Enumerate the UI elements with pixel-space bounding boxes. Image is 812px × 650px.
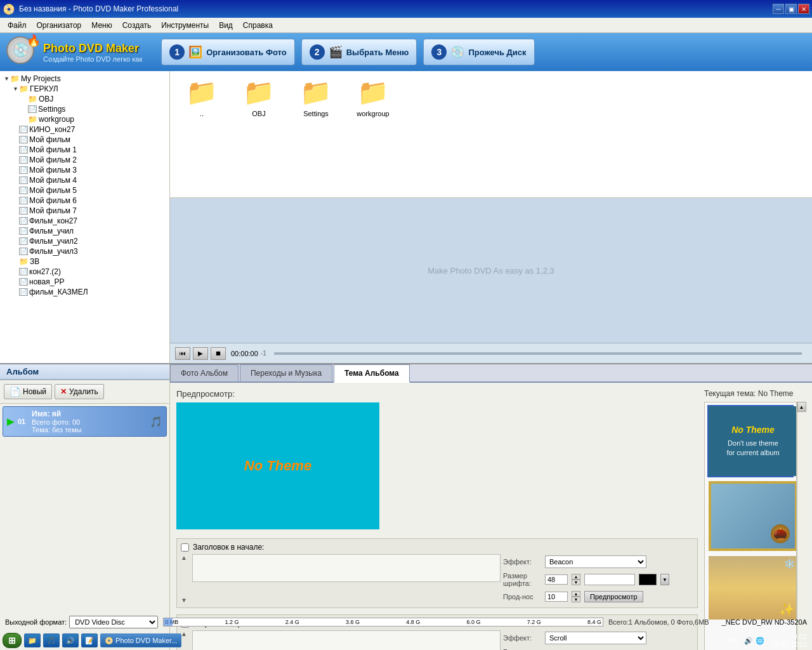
maximize-button[interactable]: ▣ bbox=[785, 4, 797, 14]
step2-button[interactable]: 2 🎬 Выбрать Меню bbox=[301, 39, 417, 65]
timecode-display: 00:00:00 bbox=[231, 350, 258, 357]
theme-thumb-no-theme[interactable]: No Theme Don't use themefor current albu… bbox=[707, 405, 794, 477]
theme-thumb-gold-frame[interactable]: 🌰 bbox=[707, 480, 794, 552]
tree-item[interactable]: 📄Мой фильм 5 bbox=[3, 185, 167, 196]
album-item-photos: Всего фото: 00 bbox=[32, 418, 146, 426]
menu-organizer[interactable]: Организатор bbox=[32, 20, 87, 31]
title-begin-group: Заголовок в начале: ▲ ▼ Эфф bbox=[176, 538, 698, 608]
tree-item[interactable]: 📄фильм_КАЗМЕЛ bbox=[3, 287, 167, 297]
file-browser-item[interactable]: 📁Settings bbox=[291, 77, 341, 117]
output-format-section: Выходной формат: DVD Video Disc bbox=[5, 616, 158, 628]
duration1-up[interactable]: ▲ bbox=[572, 591, 580, 597]
transport-slider[interactable] bbox=[274, 352, 802, 355]
taskbar-explorer[interactable]: 📁 bbox=[24, 633, 41, 647]
storage-3g6: 3.6 G bbox=[346, 619, 360, 625]
tree-item[interactable]: ▼📁ГЕРКУЛ bbox=[3, 84, 167, 94]
file-browser-item[interactable]: 📁OBJ bbox=[233, 77, 284, 117]
album-item-theme: Тема: без темы bbox=[32, 426, 146, 434]
duration1-down[interactable]: ▼ bbox=[572, 597, 580, 602]
theme-thumb-nature[interactable]: ✨ ❄️ bbox=[707, 555, 794, 621]
tree-item[interactable]: 📄Settings bbox=[3, 104, 167, 114]
window-controls: ─ ▣ ✕ bbox=[773, 4, 809, 14]
thumb-no-theme-title: No Theme bbox=[731, 425, 775, 435]
delete-album-button[interactable]: ✕ Удалить bbox=[55, 384, 104, 399]
font-size1-down[interactable]: ▼ bbox=[572, 580, 580, 585]
title-begin-checkbox[interactable] bbox=[181, 543, 189, 552]
transport-prev-button[interactable]: ⏮ bbox=[175, 347, 190, 360]
folder-icon: 📁 bbox=[186, 77, 218, 107]
menu-view[interactable]: Вид bbox=[214, 20, 238, 31]
new-album-button[interactable]: 📄 Новый bbox=[4, 384, 52, 399]
menu-help[interactable]: Справка bbox=[238, 20, 278, 31]
network-icon: 🌐 bbox=[756, 637, 764, 645]
storage-6g0: 6.0 G bbox=[466, 619, 480, 625]
tree-item[interactable]: 📄КИНО_кон27 bbox=[3, 124, 167, 135]
font-color1[interactable] bbox=[639, 574, 657, 585]
title-scroll-down[interactable]: ▼ bbox=[181, 597, 188, 604]
font-color1-dropdown[interactable]: ▼ bbox=[660, 574, 669, 585]
content-tabs: Фото Альбом Переходы и Музыка Тема Альбо… bbox=[170, 364, 812, 383]
font-size1-up[interactable]: ▲ bbox=[572, 574, 580, 580]
tree-item[interactable]: 📄Фильм_кон27 bbox=[3, 216, 167, 226]
thumb-scroll-up[interactable]: ▲ bbox=[797, 402, 806, 412]
tree-item[interactable]: 📁workgroup bbox=[3, 114, 167, 124]
file-label: Settings bbox=[303, 110, 329, 117]
duration1-input[interactable] bbox=[545, 592, 568, 602]
minimize-button[interactable]: ─ bbox=[773, 4, 784, 14]
tab-photo-album[interactable]: Фото Альбом bbox=[170, 364, 239, 381]
taskbar-word[interactable]: 📝 bbox=[81, 633, 98, 647]
menu-menu[interactable]: Меню bbox=[86, 20, 117, 31]
effect1-select[interactable]: Beacon bbox=[545, 555, 646, 568]
taskbar-lang: RU bbox=[729, 637, 739, 644]
transport-stop-button[interactable]: ⏹ bbox=[211, 347, 226, 360]
tab-transitions[interactable]: Переходы и Музыка bbox=[240, 364, 332, 381]
file-label: .. bbox=[200, 110, 204, 117]
taskbar-photo-dvd[interactable]: 📀 Photo DVD Maker... bbox=[100, 633, 181, 647]
step3-button[interactable]: 3 💿 Прожечь Диск bbox=[423, 39, 534, 65]
tree-item[interactable]: 📄Мой фильм 2 bbox=[3, 155, 167, 165]
tree-item[interactable]: 📄Мой фильм 3 bbox=[3, 165, 167, 175]
end-title-input[interactable] bbox=[192, 630, 501, 650]
tree-item[interactable]: 📁ЗВ bbox=[3, 256, 167, 267]
tree-item[interactable]: 📄Фильм_учил3 bbox=[3, 246, 167, 256]
tree-item[interactable]: 📄Мой фильм 7 bbox=[3, 206, 167, 216]
tree-item[interactable]: 📄новая_РР bbox=[3, 277, 167, 287]
tree-item[interactable]: 📄Фильм_учил2 bbox=[3, 236, 167, 246]
tree-item[interactable]: 📄Фильм_учил bbox=[3, 226, 167, 236]
title-text-input[interactable] bbox=[192, 554, 501, 582]
album-tab[interactable]: Альбом bbox=[0, 364, 169, 380]
effect2-select[interactable]: Scroll bbox=[545, 632, 646, 644]
start-button[interactable]: ⊞ bbox=[3, 633, 22, 648]
close-button[interactable]: ✕ bbox=[798, 4, 809, 14]
file-browser-item[interactable]: 📁.. bbox=[176, 77, 227, 117]
tree-item[interactable]: 📄Мой фильм 6 bbox=[3, 196, 167, 206]
font-size1-input[interactable] bbox=[545, 574, 568, 585]
project-tree[interactable]: ▼📁My Projects▼📁ГЕРКУЛ📁OBJ📄Settings📁workg… bbox=[0, 71, 169, 363]
storage-bar: 0 MB 1.2 G 2.4 G 3.6 G 4.8 G 6.0 G 7.2 G… bbox=[163, 618, 603, 627]
tree-item[interactable]: ▼📁My Projects bbox=[3, 74, 167, 84]
transport-play-button[interactable]: ▶ bbox=[193, 347, 208, 360]
title-bar: 📀 Без названия - Photo DVD Maker Profess… bbox=[0, 0, 812, 18]
tree-item[interactable]: 📄Мой фильм bbox=[3, 135, 167, 145]
output-format-select[interactable]: DVD Video Disc bbox=[69, 616, 158, 628]
tree-item[interactable]: 📄Мой фильм 1 bbox=[3, 145, 167, 155]
tree-item[interactable]: 📁OBJ bbox=[3, 94, 167, 104]
menu-create[interactable]: Создать bbox=[117, 20, 157, 31]
title-scroll-up[interactable]: ▲ bbox=[181, 554, 188, 561]
preview1-button[interactable]: Предпросмотр bbox=[584, 591, 643, 602]
tree-item[interactable]: 📄Мой фильм 4 bbox=[3, 175, 167, 185]
font-preview1 bbox=[584, 574, 635, 585]
theme-content: Предпросмотр: No Theme Заголовок в начал… bbox=[170, 383, 812, 650]
taskbar-sound[interactable]: 🔊 bbox=[62, 633, 79, 647]
album-item[interactable]: ▶ 01 Имя: яй Всего фото: 00 Тема: без те… bbox=[3, 406, 167, 437]
tree-item[interactable]: 📄кон27.(2) bbox=[3, 267, 167, 277]
file-browser-item[interactable]: 📁workgroup bbox=[348, 77, 398, 117]
current-theme-label: Текущая тема: No Theme bbox=[704, 389, 806, 398]
storage-2g4: 2.4 G bbox=[285, 619, 299, 625]
step1-button[interactable]: 1 🖼️ Организовать Фото bbox=[161, 39, 295, 65]
tab-album-theme[interactable]: Тема Альбома bbox=[334, 364, 410, 383]
end-scroll-up[interactable]: ▲ bbox=[181, 630, 188, 637]
menu-file[interactable]: Файл bbox=[3, 20, 32, 31]
taskbar-media[interactable]: 🎵 bbox=[43, 633, 60, 647]
menu-tools[interactable]: Инструменты bbox=[156, 20, 214, 31]
